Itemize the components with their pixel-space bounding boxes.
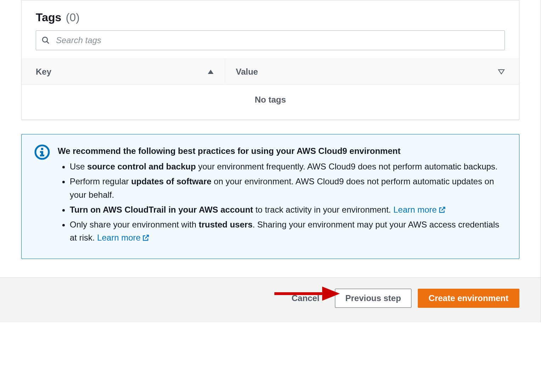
- tags-table-header: Key Value: [22, 59, 519, 85]
- svg-line-1: [47, 42, 49, 44]
- info-title: We recommend the following best practice…: [58, 144, 506, 158]
- tags-panel: Tags (0) Key: [21, 0, 519, 120]
- info-item: Use source control and backup your envir…: [70, 160, 506, 173]
- wizard-footer: Cancel Previous step Create environment: [0, 277, 541, 322]
- info-item: Only share your environment with trusted…: [70, 218, 506, 245]
- info-content: We recommend the following best practice…: [58, 144, 506, 246]
- create-environment-button[interactable]: Create environment: [418, 289, 519, 308]
- learn-more-cloudtrail-link[interactable]: Learn more: [393, 205, 446, 214]
- svg-rect-5: [41, 148, 43, 150]
- column-header-key[interactable]: Key: [36, 59, 225, 85]
- content-shell: Tags (0) Key: [0, 0, 541, 322]
- external-link-icon: [142, 232, 150, 240]
- previous-step-button[interactable]: Previous step: [335, 289, 411, 308]
- search-icon: [41, 36, 50, 45]
- tags-empty-row: No tags: [36, 85, 505, 113]
- svg-rect-4: [40, 151, 42, 153]
- learn-more-sharing-link[interactable]: Learn more: [97, 233, 150, 242]
- search-tags-input[interactable]: [36, 30, 505, 50]
- tags-panel-body: Key Value No tags: [22, 30, 519, 120]
- tags-panel-header: Tags (0): [22, 0, 519, 30]
- page: Tags (0) Key: [0, 0, 541, 322]
- svg-rect-6: [40, 155, 44, 156]
- info-list: Use source control and backup your envir…: [58, 160, 506, 244]
- tags-count: (0): [66, 11, 80, 24]
- best-practices-info: We recommend the following best practice…: [21, 134, 519, 259]
- column-header-key-label: Key: [36, 67, 51, 77]
- sort-asc-icon: [207, 68, 214, 75]
- sort-desc-icon: [498, 68, 505, 75]
- tags-title: Tags: [36, 11, 61, 24]
- column-header-value-label: Value: [236, 67, 258, 77]
- column-header-value[interactable]: Value: [236, 59, 505, 85]
- external-link-icon: [438, 204, 446, 212]
- search-wrap: [36, 30, 505, 50]
- cancel-button[interactable]: Cancel: [282, 288, 329, 308]
- info-item: Turn on AWS CloudTrail in your AWS accou…: [70, 203, 506, 217]
- info-item: Perform regular updates of software on y…: [70, 175, 506, 202]
- svg-point-0: [42, 37, 47, 42]
- info-icon: [34, 144, 50, 160]
